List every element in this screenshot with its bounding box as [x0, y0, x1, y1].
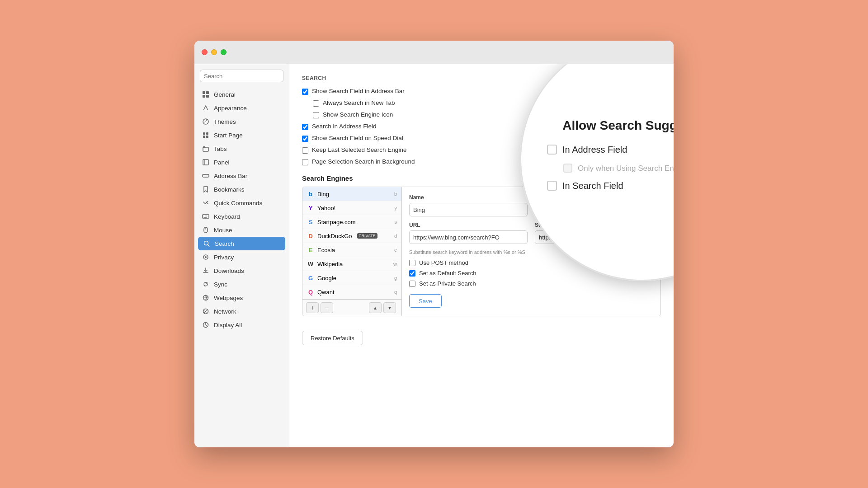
panel-icon — [202, 158, 210, 166]
engine-item-ecosia[interactable]: E Ecosia e — [302, 243, 401, 257]
sidebar-label-panel: Panel — [214, 159, 230, 166]
quick-commands-icon — [202, 199, 210, 207]
engine-item-ecosia-left: E Ecosia — [307, 246, 335, 253]
checkbox-show-search-field-input[interactable] — [302, 89, 308, 95]
sidebar-item-bookmarks[interactable]: Bookmarks — [194, 183, 289, 196]
engine-item-yahoo[interactable]: Y Yahoo! y — [302, 201, 401, 215]
engine-item-qwant-left: Q Qwant — [307, 288, 335, 296]
svg-rect-8 — [206, 136, 208, 138]
sync-icon — [202, 280, 210, 288]
sidebar-item-privacy[interactable]: Privacy — [194, 250, 289, 264]
ecosia-favicon: E — [307, 246, 314, 253]
sidebar-label-general: General — [214, 91, 236, 98]
engine-list: b Bing b Y Yahoo! y — [302, 187, 402, 316]
sidebar-item-webpages[interactable]: Webpages — [194, 291, 289, 305]
sidebar-item-tabs[interactable]: Tabs — [194, 142, 289, 155]
use-post-checkbox[interactable] — [409, 260, 415, 266]
sidebar-item-themes[interactable]: Themes — [194, 115, 289, 128]
sidebar-item-mouse[interactable]: Mouse — [194, 223, 289, 237]
add-engine-button[interactable]: + — [306, 302, 319, 313]
checkbox-show-engine-icon-input[interactable] — [313, 112, 319, 118]
magnifier-nickname-checkbox[interactable] — [563, 164, 572, 173]
name-input[interactable] — [409, 203, 528, 216]
sidebar-item-search[interactable]: Search — [198, 237, 285, 250]
svg-rect-9 — [203, 147, 208, 151]
svg-line-21 — [208, 245, 210, 247]
url-input[interactable] — [409, 230, 528, 244]
name-label: Name — [409, 194, 528, 201]
search-icon — [203, 239, 211, 248]
engine-name-wikipedia: Wikipedia — [317, 261, 343, 267]
checkbox-show-engine-icon-label: Show Search Engine Icon — [323, 111, 393, 118]
checkbox-show-speed-dial-label: Show Search Field on Speed Dial — [312, 135, 403, 141]
engine-item-wikipedia[interactable]: W Wikipedia w — [302, 257, 401, 271]
sidebar-label-bookmarks: Bookmarks — [214, 186, 245, 193]
set-private-checkbox[interactable] — [409, 281, 415, 287]
engine-item-google[interactable]: G Google g — [302, 271, 401, 285]
magnifier-address-checkbox[interactable] — [547, 145, 557, 155]
restore-defaults-button[interactable]: Restore Defaults — [302, 331, 363, 345]
sidebar-item-quick-commands[interactable]: Quick Commands — [194, 196, 289, 210]
save-button[interactable]: Save — [409, 294, 442, 308]
close-button[interactable] — [202, 49, 208, 55]
checkbox-show-speed-dial-input[interactable] — [302, 136, 308, 142]
sidebar-item-network[interactable]: Network — [194, 305, 289, 318]
sidebar-label-webpages: Webpages — [214, 295, 243, 301]
sidebar-item-display-all[interactable]: Display All — [194, 318, 289, 332]
detail-field-name: Name — [409, 194, 528, 216]
sidebar-item-downloads[interactable]: Downloads — [194, 264, 289, 277]
themes-icon — [202, 117, 210, 126]
sidebar-label-display-all: Display All — [214, 322, 242, 328]
sidebar-label-start-page: Start Page — [214, 132, 243, 139]
sidebar-item-keyboard[interactable]: Keyboard — [194, 210, 289, 223]
magnifier-search-field-checkbox[interactable] — [547, 181, 557, 191]
remove-engine-button[interactable]: − — [321, 302, 333, 313]
sidebar-item-panel[interactable]: Panel — [194, 155, 289, 169]
bing-favicon: b — [307, 190, 314, 197]
privacy-icon — [202, 253, 210, 261]
sidebar-label-network: Network — [214, 308, 236, 315]
engine-name-bing: Bing — [317, 191, 329, 197]
url-label: URL — [409, 222, 528, 228]
sidebar-search-input[interactable] — [200, 70, 283, 82]
set-default-checkbox[interactable] — [409, 270, 415, 277]
sidebar-label-tabs: Tabs — [214, 145, 227, 152]
sidebar-item-sync[interactable]: Sync — [194, 277, 289, 291]
detail-field-url: URL — [409, 222, 528, 244]
engine-name-yahoo: Yahoo! — [317, 205, 335, 211]
engine-name-google: Google — [317, 275, 336, 282]
checkbox-keep-last-selected-input[interactable] — [302, 147, 308, 154]
engine-item-bing[interactable]: b Bing b — [302, 187, 401, 201]
display-all-icon — [202, 321, 210, 329]
engine-name-duckduckgo: DuckDuckGo — [317, 233, 352, 239]
checkbox-page-selection-input[interactable] — [302, 159, 308, 165]
sidebar-search-wrap — [194, 70, 289, 88]
move-up-button[interactable]: ▲ — [369, 302, 382, 313]
magnifier-nickname-sub: Only when Using Search Engine Nickname — [563, 164, 674, 174]
webpages-icon — [202, 294, 210, 302]
engine-item-qwant[interactable]: Q Qwant q — [302, 285, 401, 299]
checkbox-always-new-tab-input[interactable] — [313, 100, 319, 107]
checkbox-search-in-address-input[interactable] — [302, 124, 308, 130]
sidebar-label-sync: Sync — [214, 281, 227, 288]
minimize-button[interactable] — [211, 49, 217, 55]
general-icon — [202, 90, 210, 99]
sidebar-item-appearance[interactable]: Appearance — [194, 101, 289, 115]
sidebar-item-address-bar[interactable]: Address Bar — [194, 169, 289, 183]
wikipedia-favicon: W — [307, 260, 314, 267]
sidebar-item-start-page[interactable]: Start Page — [194, 128, 289, 142]
maximize-button[interactable] — [221, 49, 226, 55]
qwant-favicon: Q — [307, 288, 314, 296]
startpage-shortcut: s — [395, 219, 397, 225]
set-default-label: Set as Default Search — [419, 270, 476, 277]
svg-rect-13 — [203, 174, 209, 177]
move-down-button[interactable]: ▼ — [383, 302, 396, 313]
engine-item-duckduckgo[interactable]: D DuckDuckGo PRIVATE d — [302, 229, 401, 243]
engine-item-startpage[interactable]: S Startpage.com s — [302, 215, 401, 229]
downloads-icon — [202, 267, 210, 275]
use-post-label: Use POST method — [419, 259, 468, 266]
magnifier-in-address-field: In Address Field — [547, 144, 674, 155]
startpage-favicon: S — [307, 218, 314, 225]
sidebar-item-general[interactable]: General — [194, 88, 289, 101]
svg-rect-10 — [203, 146, 205, 148]
